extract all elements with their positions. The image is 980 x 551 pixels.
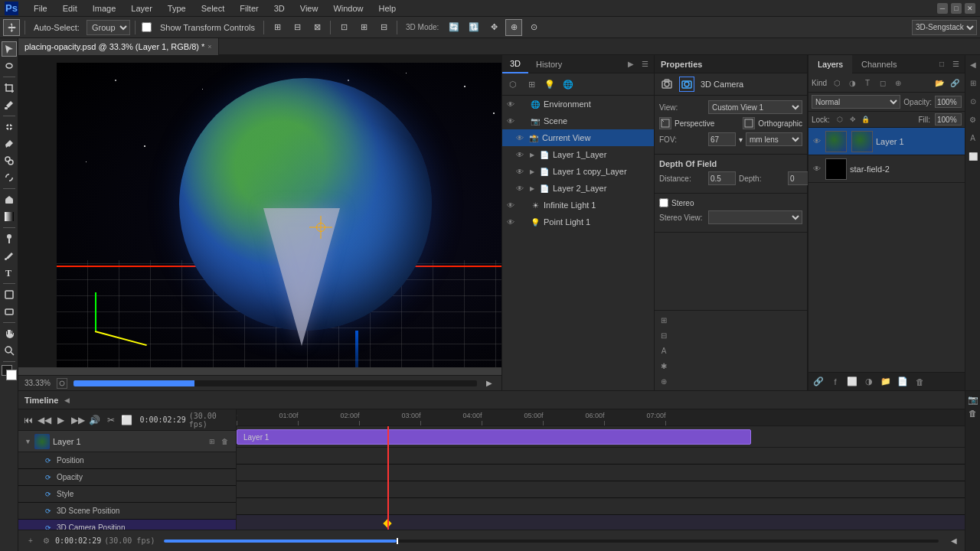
crop-tool[interactable]: [2, 80, 17, 96]
tl-bar-layer1[interactable]: Layer 1: [237, 429, 751, 445]
document-tab[interactable]: placing-opacity.psd @ 33.3% (Layer 1, RG…: [18, 38, 219, 55]
scene-light-btn[interactable]: 💡: [542, 77, 557, 92]
panel-menu-icon[interactable]: ☰: [639, 58, 651, 70]
prop-icon-3[interactable]: A: [658, 344, 670, 357]
scene-item-layer2[interactable]: 👁 ▶ 📄 Layer 2_Layer: [502, 180, 654, 197]
align-top-button[interactable]: ⊡: [335, 19, 352, 36]
foreground-color[interactable]: [2, 365, 17, 380]
canvas-area[interactable]: 33.33% ▶: [18, 55, 501, 390]
fov-unit-dropdown[interactable]: ▾: [739, 135, 743, 144]
lock-all-icon[interactable]: 🔒: [861, 114, 871, 125]
add-media-icon[interactable]: +: [24, 535, 37, 547]
scene-item-scene[interactable]: 👁 📷 Scene: [502, 112, 654, 129]
cam-3dcamera-icon[interactable]: [679, 77, 694, 92]
align-right-button[interactable]: ⊠: [309, 19, 325, 36]
layer-filter-type[interactable]: T: [861, 76, 874, 90]
lock-pixel-icon[interactable]: ⬡: [835, 114, 845, 125]
hand-tool[interactable]: [2, 326, 17, 341]
vis-icon-inflight[interactable]: 👁: [505, 200, 516, 210]
lasso-tool[interactable]: [2, 58, 17, 73]
menu-type[interactable]: Type: [165, 2, 189, 15]
layer-item-layer1[interactable]: 👁 Layer 1: [808, 128, 965, 155]
vis-icon-env[interactable]: 👁: [505, 99, 516, 109]
history-brush-tool[interactable]: [2, 170, 17, 185]
transition-button[interactable]: ⬜: [120, 412, 133, 428]
history-r-icon[interactable]: ⊙: [967, 95, 979, 107]
zoom-tool[interactable]: [2, 343, 17, 358]
attr-3d-camera-pos[interactable]: ⟳ 3D Camera Position: [18, 520, 236, 530]
layer-filter-smartobj[interactable]: ⊕: [891, 76, 905, 90]
type-tool[interactable]: T: [2, 265, 17, 280]
next-frame-button[interactable]: ▶: [483, 377, 495, 390]
menu-help[interactable]: Help: [376, 2, 400, 15]
play-button[interactable]: ▶: [54, 412, 67, 428]
menu-layer[interactable]: Layer: [128, 2, 155, 15]
tools-icon[interactable]: ⊞: [967, 77, 979, 89]
link-layers-button[interactable]: 🔗: [812, 375, 825, 389]
prop-icon-4[interactable]: ✱: [658, 360, 670, 372]
fov-unit-select[interactable]: mm lens: [746, 132, 802, 146]
3d-slide-button[interactable]: ⊕: [505, 19, 522, 36]
panel-forward-icon[interactable]: ▶: [625, 58, 637, 70]
vis-icon-pointlight[interactable]: 👁: [505, 217, 516, 227]
3d-mode-select[interactable]: 3D-Sengstack: [912, 20, 977, 35]
scene-item-environment[interactable]: 👁 🌐 Environment: [502, 96, 654, 112]
scene-item-layer1copy[interactable]: 👁 ▶ 📄 Layer 1 copy_Layer: [502, 163, 654, 180]
prop-icon-5[interactable]: ⊕: [658, 375, 670, 387]
timeline-scrubber[interactable]: [164, 540, 939, 543]
attr-3d-scene-pos[interactable]: ⟳ 3D Scene Position: [18, 503, 236, 520]
layers-new-group-icon[interactable]: 📂: [933, 76, 946, 90]
track-header-layer1[interactable]: ▼ Layer 1 ⊞ 🗑: [18, 431, 236, 452]
layer1-vis-icon[interactable]: 👁: [812, 136, 822, 147]
starfield-vis-icon[interactable]: 👁: [812, 164, 822, 174]
stereo-view-select[interactable]: [708, 210, 802, 224]
vis-icon-scene[interactable]: 👁: [505, 116, 516, 126]
prop-icon-2[interactable]: ⊟: [658, 329, 670, 341]
layer-filter-pixel[interactable]: ⬡: [830, 76, 844, 90]
menu-image[interactable]: Image: [90, 2, 119, 15]
shape-tool[interactable]: [2, 304, 17, 319]
pen-tool[interactable]: [2, 248, 17, 263]
new-group-button[interactable]: 📁: [879, 375, 893, 389]
scene-item-infinite-light[interactable]: 👁 ☀ Infinite Light 1: [502, 197, 654, 214]
styles-icon[interactable]: A: [967, 132, 979, 144]
track-expand-layer1[interactable]: ▼: [24, 438, 31, 445]
menu-filter[interactable]: Filter: [237, 2, 261, 15]
settings-icon[interactable]: ⚙: [967, 113, 979, 126]
scene-env-btn[interactable]: 🌐: [560, 77, 576, 92]
blend-mode-select[interactable]: Normal: [812, 95, 900, 109]
menu-view[interactable]: View: [297, 2, 322, 15]
step-back-button[interactable]: ◀◀: [38, 412, 51, 428]
delete-layer-button[interactable]: 🗑: [913, 375, 926, 389]
layers-expand-icon[interactable]: □: [936, 58, 948, 70]
attr-style[interactable]: ⟳ Style: [18, 486, 236, 503]
cut-button[interactable]: ✂: [104, 412, 117, 428]
menu-3d[interactable]: 3D: [271, 2, 288, 15]
attr-position[interactable]: ⟳ Position: [18, 452, 236, 469]
gradient-tool[interactable]: [2, 209, 17, 224]
timeline-scrubber-handle[interactable]: [397, 538, 398, 544]
distance-input[interactable]: [708, 171, 736, 185]
step-forward-button[interactable]: ▶▶: [71, 412, 85, 428]
new-layer-button[interactable]: 📄: [896, 375, 910, 389]
depth-input[interactable]: [788, 171, 809, 185]
scene-grid-btn[interactable]: ⊞: [524, 77, 539, 92]
stereo-checkbox[interactable]: [659, 198, 668, 207]
orthographic-icon[interactable]: [743, 117, 755, 129]
vis-icon-layer1copy[interactable]: 👁: [514, 166, 525, 177]
channels-tab[interactable]: Channels: [852, 55, 906, 73]
clone-tool[interactable]: [2, 153, 17, 168]
menu-edit[interactable]: Edit: [60, 2, 80, 15]
vis-icon-layer1[interactable]: 👁: [514, 149, 525, 160]
vis-icon-view[interactable]: 👁: [514, 132, 525, 143]
tl-trash-icon[interactable]: 🗑: [968, 409, 978, 419]
close-button[interactable]: ✕: [965, 3, 975, 14]
scene-item-current-view[interactable]: 👁 📸 Current View: [502, 129, 654, 146]
vis-icon-layer2[interactable]: 👁: [514, 183, 525, 194]
eyedropper-tool[interactable]: [2, 97, 17, 112]
status-options-button[interactable]: [57, 378, 67, 389]
timeline-content[interactable]: Layer 1 +: [237, 426, 980, 530]
align-bottom-button[interactable]: ⊟: [375, 19, 392, 36]
view-dropdown[interactable]: Custom View 1: [708, 100, 802, 114]
go-start-button[interactable]: ⏮: [21, 412, 34, 428]
